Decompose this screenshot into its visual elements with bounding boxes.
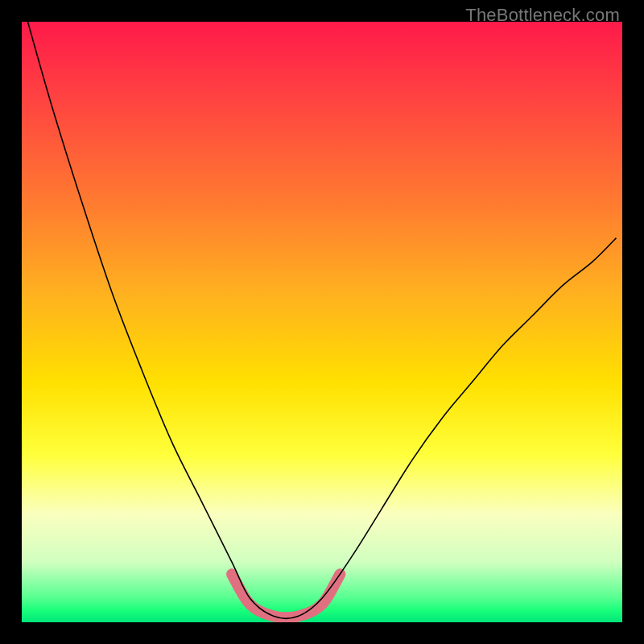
bottleneck-curve [28, 22, 617, 618]
watermark-text: TheBottleneck.com [465, 5, 620, 26]
curve-layer [22, 22, 622, 622]
chart-frame: TheBottleneck.com [0, 0, 644, 644]
plot-area [22, 22, 622, 622]
